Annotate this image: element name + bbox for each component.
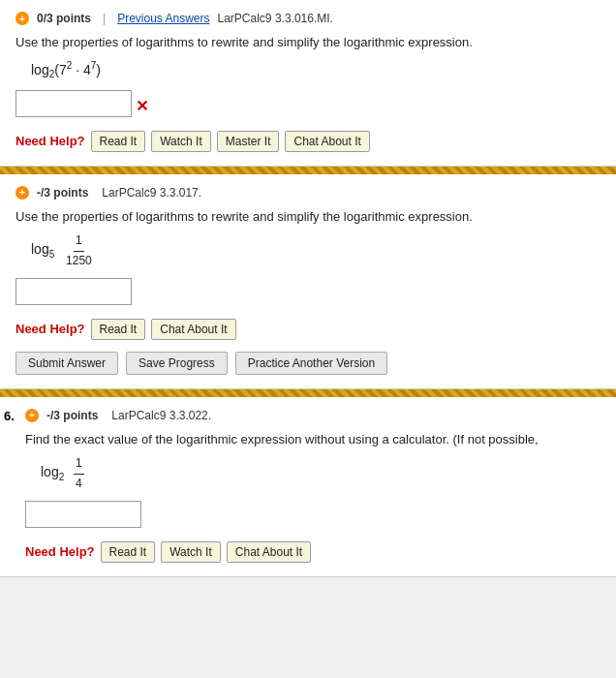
denominator-3: 4 [74,475,84,493]
problem-3-header: + -/3 points LarPCalc9 3.3.022. [25,409,601,422]
divider-band-2 [0,389,616,397]
problem-3: 6. + -/3 points LarPCalc9 3.3.022. Find … [0,397,616,577]
problem-2-math: log5 1 1250 [31,231,601,269]
fraction-display-3: 1 4 [74,454,84,492]
fraction-display-2: 1 1250 [64,231,94,269]
numerator-3: 1 [74,454,84,474]
need-help-label-3: Need Help? [25,544,95,559]
answer-input-2[interactable] [15,278,132,305]
points-value-2: -/3 points [37,186,88,200]
save-progress-button[interactable]: Save Progress [126,352,228,375]
need-help-row-3: Need Help? Read It Watch It Chat About I… [25,541,601,563]
practice-another-button[interactable]: Practice Another Version [235,352,387,375]
read-it-button-2[interactable]: Read It [91,319,146,340]
chat-about-it-button-1[interactable]: Chat About It [285,131,369,152]
read-it-button-3[interactable]: Read It [101,541,156,563]
points-value-3: -/3 points [46,409,98,422]
course-ref-3: LarPCalc9 3.3.022. [111,409,211,422]
read-it-button-1[interactable]: Read It [91,131,146,152]
prev-answers-link[interactable]: Previous Answers [117,12,209,25]
need-help-label-1: Need Help? [15,134,85,148]
chat-about-it-button-2[interactable]: Chat About It [151,319,235,340]
chat-about-it-button-3[interactable]: Chat About It [227,541,311,563]
problem-3-text: Find the exact value of the logarithmic … [25,430,601,449]
submit-row: Submit Answer Save Progress Practice Ano… [15,352,601,375]
problem-number-3: 6. [4,409,25,423]
problem-3-math: log2 1 4 [41,454,601,492]
points-icon: + [15,12,29,25]
numerator-2: 1 [74,231,84,251]
problem-1-math: log2(72 · 47) [31,58,601,82]
answer-input-3[interactable] [25,501,141,528]
need-help-row-2: Need Help? Read It Chat About It [15,319,601,340]
divider: | [103,12,106,25]
divider-band-1 [0,167,616,174]
problem-1-header: + 0/3 points | Previous Answers LarPCalc… [15,12,601,25]
need-help-label-2: Need Help? [15,322,85,336]
problem-2-text: Use the properties of logarithms to rewr… [15,207,601,227]
problem-2-header: + -/3 points LarPCalc9 3.3.017. [15,186,601,200]
problem-2: + -/3 points LarPCalc9 3.3.017. Use the … [0,174,616,389]
problem-3-content: + -/3 points LarPCalc9 3.3.022. Find the… [25,409,601,563]
watch-it-button-3[interactable]: Watch It [161,541,221,563]
problem-1-text: Use the properties of logarithms to rewr… [15,33,601,52]
problem-1: + 0/3 points | Previous Answers LarPCalc… [0,0,616,167]
master-it-button-1[interactable]: Master It [217,131,280,152]
answer-input-1[interactable] [15,90,132,117]
need-help-row-1: Need Help? Read It Watch It Master It Ch… [15,131,601,152]
watch-it-button-1[interactable]: Watch It [151,131,211,152]
points-icon-2: + [15,186,29,200]
points-icon-3: + [25,409,39,422]
points-value: 0/3 points [37,12,91,25]
course-ref: LarPCalc9 3.3.016.MI. [218,12,333,25]
denominator-2: 1250 [64,252,94,270]
submit-answer-button[interactable]: Submit Answer [15,352,118,375]
x-mark-1: ✕ [136,97,148,115]
course-ref-2: LarPCalc9 3.3.017. [102,186,201,200]
